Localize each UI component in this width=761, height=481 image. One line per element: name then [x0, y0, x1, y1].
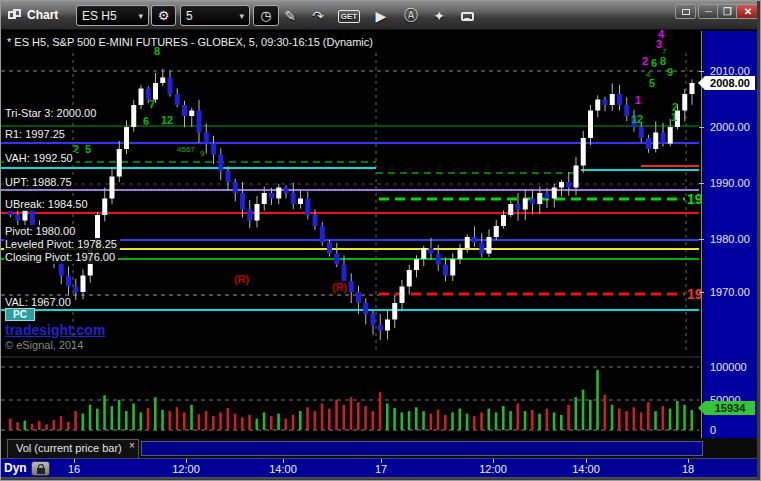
candle-body: [313, 215, 318, 226]
volume-bar: [589, 400, 592, 430]
copyright-text: © eSignal, 2014: [5, 339, 83, 351]
candle-body: [508, 204, 513, 215]
volume-bar: [263, 412, 266, 430]
replay-button[interactable]: ▶: [369, 6, 393, 26]
volume-bar: [256, 419, 259, 430]
symbol-value: ES H5: [82, 9, 117, 23]
restore-button[interactable]: [675, 4, 696, 19]
candle-body: [646, 138, 651, 149]
annotation-text: 9: [667, 66, 673, 78]
volume-bar: [183, 412, 186, 430]
candle-body: [363, 303, 368, 314]
volume-bar: [190, 405, 193, 430]
volume-bar: [604, 395, 607, 430]
annotation-text: 12: [161, 114, 173, 126]
candle-body: [23, 210, 28, 221]
candle-body: [682, 94, 687, 111]
volume-bar: [408, 411, 411, 430]
time-tick-label: 18: [682, 463, 694, 475]
close-icon: ✕: [744, 6, 752, 17]
volume-bar: [31, 424, 34, 430]
alerts-button[interactable]: ✦: [427, 6, 451, 26]
volume-bar: [270, 416, 273, 430]
candle-body: [617, 94, 622, 105]
volume-bar: [111, 406, 114, 430]
time-template-button[interactable]: ◷: [253, 5, 279, 26]
candle-body: [298, 199, 303, 205]
volume-bar: [16, 422, 19, 430]
candle-body: [559, 182, 564, 188]
candle-body: [73, 287, 78, 293]
volume-bar: [125, 411, 128, 430]
volume-bar: [662, 406, 665, 430]
volume-bar: [132, 404, 135, 430]
volume-bar: [495, 412, 498, 430]
volume-bar: [154, 397, 157, 430]
axis-border: [701, 31, 702, 458]
annotation-text: (R): [331, 281, 348, 293]
get-data-button[interactable]: GET: [337, 6, 361, 26]
comment-button[interactable]: [455, 6, 479, 26]
candle-body: [385, 320, 390, 331]
tab-close-icon[interactable]: ×: [129, 440, 135, 451]
pencil-icon: ✎: [284, 8, 296, 24]
volume-bar: [328, 409, 331, 430]
candle-body: [487, 237, 492, 254]
lock-button[interactable]: [31, 461, 50, 476]
annotation-text: 8: [660, 55, 666, 67]
annotation-text: 9: [200, 149, 204, 158]
auto-trade-button[interactable]: Ⓐ: [399, 6, 423, 26]
candle-body: [574, 166, 579, 188]
volume-tick-label: 100000: [710, 361, 747, 373]
candle-body: [197, 111, 202, 133]
candle-body: [436, 254, 441, 265]
candle-body: [160, 78, 165, 84]
minimize-button[interactable]: ─: [698, 4, 719, 19]
time-tick-label: 16: [68, 463, 80, 475]
a-circle-icon: Ⓐ: [404, 7, 418, 25]
candle-body: [392, 303, 397, 320]
candle-body: [414, 259, 419, 270]
volume-bar: [401, 412, 404, 430]
price-tick-label: 1980.00: [710, 233, 750, 245]
interval-combo[interactable]: 5 ▾: [180, 5, 250, 26]
watermark-link[interactable]: tradesight.com: [5, 322, 105, 338]
annotation-text: 4567: [177, 145, 195, 154]
volume-bar: [357, 402, 360, 430]
price-axis[interactable]: 2008.00 15934 2010.002000.001990.001980.…: [703, 31, 757, 458]
time-axis[interactable]: Dyn 1612:0014:001712:0014:0018: [1, 458, 757, 477]
pane-tab-row: Vol (current price bar) ×: [1, 438, 757, 458]
volume-bar: [45, 424, 48, 430]
annotation-text: 5: [649, 77, 655, 89]
volume-bar: [560, 415, 563, 430]
candle-body: [443, 265, 448, 276]
volume-bar: [277, 414, 280, 430]
symbol-settings-button[interactable]: ⚙: [151, 5, 176, 26]
volume-bar: [444, 415, 447, 430]
draw-tool-button[interactable]: ✎: [278, 6, 302, 26]
chart-plot-area[interactable]: * ES H5, S&P 500 E-MINI FUTURES - GLOBEX…: [1, 31, 701, 458]
volume-bar: [74, 411, 77, 430]
tab-volume-study[interactable]: Vol (current price bar) ×: [7, 439, 139, 458]
interval-value: 5: [186, 9, 193, 23]
volume-bar: [386, 404, 389, 430]
volume-bar: [546, 409, 549, 430]
maximize-button[interactable]: ❒: [717, 4, 738, 19]
level-label: UBreak: 1984.50: [4, 198, 91, 211]
candle-body: [102, 199, 107, 216]
candle-body: [400, 287, 405, 304]
volume-bar: [212, 416, 215, 430]
price-tick-label: 1970.00: [710, 286, 750, 298]
level-label: VAH: 1992.50: [4, 152, 76, 165]
symbol-combo[interactable]: ES H5 ▾: [76, 5, 149, 26]
price-tick-mark: [699, 292, 704, 293]
level-label: Closing Pivot: 1976.00: [4, 251, 118, 264]
line-study-button[interactable]: ↷: [306, 6, 330, 26]
candle-body: [204, 133, 209, 144]
volume-bar: [306, 407, 309, 430]
volume-bar: [176, 407, 179, 430]
candle-body: [66, 276, 71, 287]
volume-bar: [466, 414, 469, 430]
speech-bubble-icon: [461, 12, 474, 21]
volume-bar: [509, 411, 512, 430]
